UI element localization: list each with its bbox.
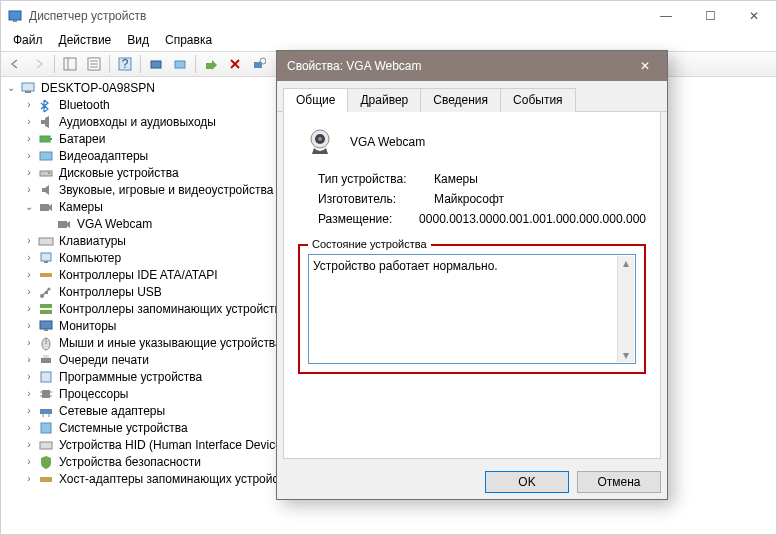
update-driver-button[interactable] <box>170 54 190 74</box>
category-icon <box>38 403 54 419</box>
expand-icon[interactable]: › <box>23 286 35 297</box>
scrollbar[interactable]: ▴▾ <box>617 256 634 362</box>
enable-device-button[interactable] <box>201 54 221 74</box>
svg-rect-17 <box>22 83 34 91</box>
help-button[interactable]: ? <box>115 54 135 74</box>
tab-driver[interactable]: Драйвер <box>347 88 421 112</box>
tab-events[interactable]: События <box>500 88 576 112</box>
expand-icon[interactable]: › <box>23 371 35 382</box>
expand-icon[interactable]: › <box>23 150 35 161</box>
scroll-up-icon[interactable]: ▴ <box>623 256 629 270</box>
svg-rect-37 <box>40 321 52 329</box>
expand-icon[interactable]: › <box>23 405 35 416</box>
menu-file[interactable]: Файл <box>5 31 51 51</box>
category-icon <box>38 420 54 436</box>
expand-icon[interactable]: › <box>23 354 35 365</box>
svg-rect-1 <box>13 20 17 22</box>
webcam-icon <box>304 126 336 158</box>
dialog-titlebar[interactable]: Свойства: VGA Webcam ✕ <box>277 51 667 81</box>
svg-rect-21 <box>50 138 52 140</box>
tree-item-label: Bluetooth <box>57 98 112 112</box>
minimize-button[interactable]: — <box>644 1 688 31</box>
expand-icon[interactable]: › <box>23 473 35 484</box>
tree-item-label: Контроллеры IDE ATA/ATAPI <box>57 268 220 282</box>
category-icon <box>38 114 54 130</box>
expand-icon[interactable]: › <box>23 99 35 110</box>
category-icon <box>38 301 54 317</box>
tree-item-label: Контроллеры запоминающих устройств <box>57 302 283 316</box>
window-controls: — ☐ ✕ <box>644 1 776 31</box>
expand-icon[interactable]: › <box>23 184 35 195</box>
tree-item-label: Устройства безопасности <box>57 455 203 469</box>
category-icon <box>38 369 54 385</box>
svg-rect-12 <box>206 63 213 69</box>
maximize-button[interactable]: ☐ <box>688 1 732 31</box>
tab-details[interactable]: Сведения <box>420 88 501 112</box>
expand-icon[interactable]: › <box>23 235 35 246</box>
category-icon <box>38 199 54 215</box>
close-button[interactable]: ✕ <box>732 1 776 31</box>
vendor-label: Изготовитель: <box>318 192 434 206</box>
expand-icon[interactable]: › <box>23 422 35 433</box>
svg-rect-27 <box>39 238 53 245</box>
back-button[interactable] <box>5 54 25 74</box>
expand-icon[interactable]: › <box>23 337 35 348</box>
expand-icon[interactable]: ⌄ <box>5 82 17 93</box>
type-value: Камеры <box>434 172 478 186</box>
svg-rect-25 <box>40 204 49 211</box>
svg-point-16 <box>260 58 266 64</box>
dialog-close-button[interactable]: ✕ <box>623 51 667 81</box>
toolbar-separator <box>140 55 141 73</box>
svg-rect-52 <box>41 423 51 433</box>
tree-root-label: DESKTOP-0A98SPN <box>39 81 157 95</box>
svg-rect-18 <box>25 91 31 93</box>
tab-general[interactable]: Общие <box>283 88 348 112</box>
dialog-buttons: OK Отмена <box>277 465 667 499</box>
vendor-value: Майкрософт <box>434 192 504 206</box>
tree-item-label: Компьютер <box>57 251 123 265</box>
expand-icon[interactable]: › <box>23 388 35 399</box>
device-info: Тип устройства:Камеры Изготовитель:Майкр… <box>318 172 646 226</box>
scan-hardware-button[interactable] <box>249 54 269 74</box>
expand-icon[interactable]: › <box>23 269 35 280</box>
expand-icon[interactable]: › <box>23 133 35 144</box>
tree-item-label: Аудиовходы и аудиовыходы <box>57 115 218 129</box>
toolbar-separator <box>109 55 110 73</box>
status-textbox[interactable]: Устройство работает нормально. ▴▾ <box>308 254 636 364</box>
svg-rect-23 <box>40 171 52 176</box>
scroll-down-icon[interactable]: ▾ <box>623 348 629 362</box>
show-hide-tree-button[interactable] <box>60 54 80 74</box>
category-icon <box>38 97 54 113</box>
tree-item-label: Очереди печати <box>57 353 151 367</box>
svg-rect-20 <box>40 136 50 142</box>
menu-view[interactable]: Вид <box>119 31 157 51</box>
ok-button[interactable]: OK <box>485 471 569 493</box>
expand-icon[interactable]: › <box>23 456 35 467</box>
titlebar: Диспетчер устройств — ☐ ✕ <box>1 1 776 31</box>
uninstall-device-button[interactable] <box>225 54 245 74</box>
cancel-button[interactable]: Отмена <box>577 471 661 493</box>
toolbar-separator <box>54 55 55 73</box>
category-icon <box>38 165 54 181</box>
properties-button[interactable] <box>84 54 104 74</box>
expand-icon[interactable]: › <box>23 303 35 314</box>
menu-help[interactable]: Справка <box>157 31 220 51</box>
expand-icon[interactable]: › <box>23 439 35 450</box>
expand-icon[interactable]: ⌄ <box>23 201 35 212</box>
expand-icon[interactable]: › <box>23 252 35 263</box>
expand-icon[interactable]: › <box>23 320 35 331</box>
toolbar-separator <box>195 55 196 73</box>
forward-button[interactable] <box>29 54 49 74</box>
category-icon <box>38 437 54 453</box>
svg-rect-38 <box>44 329 48 331</box>
menu-action[interactable]: Действие <box>51 31 120 51</box>
svg-rect-28 <box>41 253 51 261</box>
tree-item-label: Процессоры <box>57 387 131 401</box>
expand-icon[interactable]: › <box>23 116 35 127</box>
svg-rect-2 <box>64 58 76 70</box>
tree-item-label: VGA Webcam <box>75 217 154 231</box>
dialog-title: Свойства: VGA Webcam <box>287 59 623 73</box>
scan-button[interactable] <box>146 54 166 74</box>
category-icon <box>38 233 54 249</box>
expand-icon[interactable]: › <box>23 167 35 178</box>
